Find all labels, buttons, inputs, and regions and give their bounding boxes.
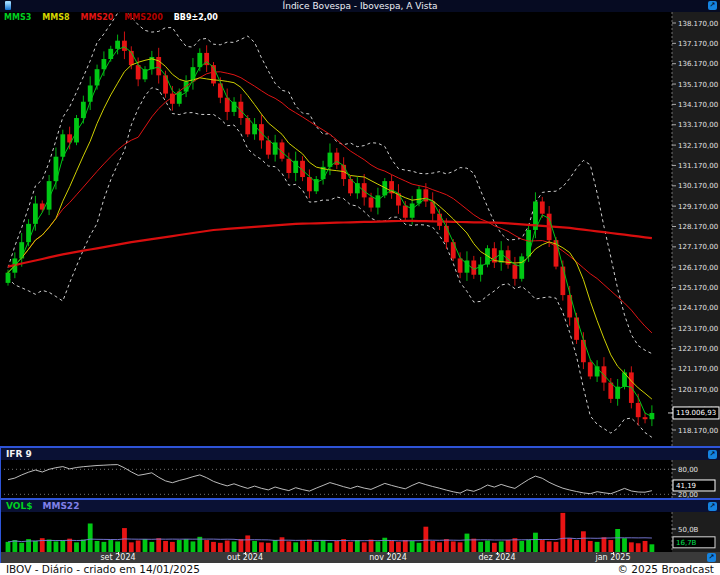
popout-icon[interactable]: ↗: [708, 1, 717, 10]
svg-text:80,00: 80,00: [678, 466, 698, 474]
svg-text:20,00: 20,00: [678, 491, 698, 498]
ifr-panel-header: IFR 9 ↗: [0, 446, 720, 460]
time-axis-label: set 2024: [100, 553, 135, 562]
mms8-line: [8, 59, 652, 399]
status-bar: IBOV - Diário - criado em 14/01/2025 © 2…: [0, 563, 720, 575]
volume-bars: [6, 513, 655, 552]
svg-text:123.170,00: 123.170,00: [678, 325, 718, 333]
svg-text:133.170,00: 133.170,00: [678, 121, 718, 129]
time-axis-label: out 2024: [227, 553, 263, 562]
app-icon[interactable]: [5, 1, 11, 10]
svg-text:118.170,00: 118.170,00: [678, 427, 718, 435]
svg-text:135.170,00: 135.170,00: [678, 81, 718, 89]
bollinger-bands: [8, 12, 652, 437]
time-axis-label: dez 2024: [478, 553, 515, 562]
ifr-popout-icon[interactable]: ↗: [708, 450, 717, 459]
legend-bollinger: BB9±2,00: [174, 13, 218, 22]
svg-text:127.170,00: 127.170,00: [678, 243, 718, 251]
svg-text:130.170,00: 130.170,00: [678, 182, 718, 190]
volume-value-box: 16,7B: [673, 537, 715, 548]
svg-text:50,0B: 50,0B: [678, 526, 699, 534]
svg-text:41,19: 41,19: [676, 482, 696, 490]
ifr-value-box: 41,19: [673, 480, 715, 491]
legend-mms8: MMS8: [42, 13, 69, 22]
svg-text:131.170,00: 131.170,00: [678, 162, 718, 170]
ifr-panel-title: IFR 9: [0, 448, 32, 460]
svg-text:129.170,00: 129.170,00: [678, 203, 718, 211]
mms20-line: [8, 72, 652, 333]
ifr-indicator-chart[interactable]: 80,0020,0041,19: [0, 460, 720, 498]
svg-text:121.170,00: 121.170,00: [678, 365, 718, 373]
candles: [6, 32, 655, 427]
legend-mms20: MMS20: [81, 13, 114, 22]
svg-text:128.170,00: 128.170,00: [678, 223, 718, 231]
mms3-line: [8, 47, 652, 417]
svg-text:125.170,00: 125.170,00: [678, 284, 718, 292]
time-axis-label: jan 2025: [595, 553, 630, 562]
status-copyright: © 2025 Broadcast: [611, 563, 720, 575]
svg-text:136.170,00: 136.170,00: [678, 60, 718, 68]
price-axis: 138.170,00137.170,00136.170,00135.170,00…: [672, 20, 718, 435]
time-axis-label: nov 2024: [369, 553, 407, 562]
svg-text:122.170,00: 122.170,00: [678, 345, 718, 353]
volume-mms-label: MMS22: [32, 500, 79, 512]
status-chart-info: IBOV - Diário - criado em 14/01/2025: [0, 563, 206, 575]
svg-text:16,7B: 16,7B: [676, 539, 697, 547]
volume-panel-header: VOL$ MMS22 ↗: [0, 498, 720, 512]
legend-mms3: MMS3: [4, 13, 31, 22]
panel-left-edge: [0, 446, 1, 563]
main-price-chart[interactable]: 138.170,00137.170,00136.170,00135.170,00…: [0, 12, 720, 446]
legend-mms200: MMS200: [124, 13, 162, 22]
last-price-box: 119.006,93: [668, 407, 719, 419]
trading-terminal-window: Índice Bovespa - Ibovespa, A Vista ↗ 138…: [0, 0, 720, 575]
svg-text:120.170,00: 120.170,00: [678, 386, 718, 394]
title-bar: Índice Bovespa - Ibovespa, A Vista ↗: [0, 0, 720, 12]
window-title: Índice Bovespa - Ibovespa, A Vista: [0, 0, 720, 12]
timeaxis-popout-icon[interactable]: ↗: [707, 553, 716, 562]
volume-popout-icon[interactable]: ↗: [708, 502, 717, 511]
svg-text:119.006,93: 119.006,93: [676, 409, 716, 417]
svg-text:138.170,00: 138.170,00: [678, 20, 718, 28]
volume-chart[interactable]: 50,0B16,7B: [0, 512, 720, 552]
time-axis: ↗ set 2024out 2024nov 2024dez 2024jan 20…: [0, 552, 720, 563]
svg-text:124.170,00: 124.170,00: [678, 304, 718, 312]
svg-text:137.170,00: 137.170,00: [678, 40, 718, 48]
indicator-legend: MMS3 MMS8 MMS20 MMS200 BB9±2,00: [4, 13, 218, 22]
svg-text:134.170,00: 134.170,00: [678, 101, 718, 109]
svg-text:132.170,00: 132.170,00: [678, 142, 718, 150]
volume-mms22-line: [8, 538, 652, 542]
volume-panel-title: VOL$: [0, 500, 32, 512]
svg-text:126.170,00: 126.170,00: [678, 264, 718, 272]
